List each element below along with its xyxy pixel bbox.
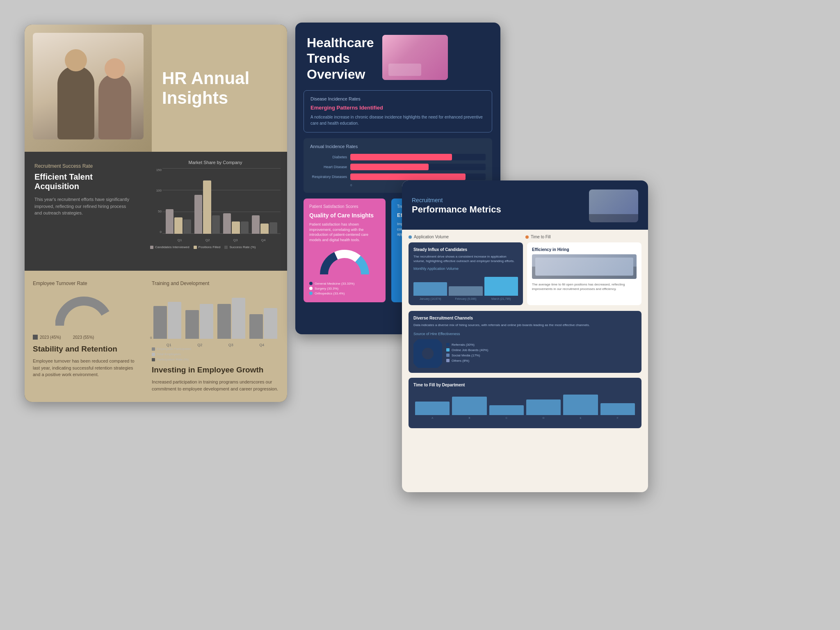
training-q2: [185, 304, 213, 339]
recruit-subtitle: Recruitment: [412, 197, 501, 203]
patient-sat-body: Patient satisfaction has shown improveme…: [309, 222, 380, 242]
training-chart: Q1 Q2 Q3 Q4 0: [152, 290, 279, 347]
donut-svg: [55, 293, 113, 330]
time-fill-metric-label: Time to Fill: [525, 235, 641, 239]
turnover-heading: Stability and Retention: [33, 345, 135, 354]
x-label-q1: Q1: [166, 238, 194, 242]
incidence-chart-title: Annual Incidence Rates: [310, 144, 486, 149]
legend-2023a: 2023 (45%): [33, 335, 61, 340]
app-volume-metric-label: Application Volume: [409, 235, 525, 239]
dept-bar-4: [526, 399, 561, 415]
market-chart-legend: Candidates Interviewed Positions Filled …: [150, 245, 281, 249]
y-label-100: 100: [156, 189, 162, 192]
hr-hero-title-block: HR Annual Insights: [152, 25, 287, 152]
patient-satisfaction-box: Patient Satisfaction Scores Quality of C…: [304, 199, 386, 302]
bar-chart-wrap: 150 100 50 0: [150, 168, 281, 242]
svg-point-4: [422, 348, 434, 359]
app-volume-heading: Steady Influx of Candidates: [413, 247, 518, 252]
hr-hero-section: HR Annual Insights: [25, 25, 287, 152]
app-volume-bar-chart: [413, 273, 518, 296]
training-legend: Employees Participated Total Employees P…: [152, 347, 279, 361]
patient-sat-legend: General Medicine (33.33%) Surgery (33.3%…: [309, 282, 380, 295]
legend-participated: Employees Participated: [152, 347, 279, 351]
incidence-row-diabetes: Diabetes: [310, 154, 486, 160]
training-label: Training and Development: [152, 281, 279, 286]
source-hire-chart: Referrals (30%) Online Job Boards (40%) …: [413, 339, 637, 368]
disease-incidence-box: Disease Incidence Rates Emerging Pattern…: [304, 90, 492, 132]
training-heading: Investing in Employee Growth: [152, 365, 279, 374]
health-header: Healthcare Trends Overview: [295, 23, 500, 90]
market-share-chart: Market Share by Company 150 100 50 0: [144, 152, 287, 271]
y-label-150: 150: [156, 168, 162, 172]
office-image: [532, 254, 637, 279]
turnover-label: Employee Turnover Rate: [33, 281, 135, 286]
time-fill-body: The average time to fill open positions …: [532, 282, 637, 291]
recruitment-heading: Efficient Talent Acquisition: [34, 172, 134, 191]
recruitment-body: This year's recruitment efforts have sig…: [34, 196, 134, 217]
training-q3: [217, 298, 245, 339]
metrics-labels-row: Application Volume Time to Fill: [402, 230, 648, 239]
recruitment-performance-card: Recruitment Performance Metrics Applicat…: [402, 180, 648, 492]
bar-group-q3: [223, 213, 249, 234]
legend-rate: Participation Rate (%): [152, 358, 279, 361]
x-label-q3: Q3: [221, 238, 249, 242]
bar-group-q2: [194, 180, 220, 234]
health-header-image: [382, 35, 448, 80]
training-q4: [249, 308, 277, 339]
recruitment-label: Recruitment Success Rate: [34, 163, 134, 169]
patient-pie-svg: [320, 248, 369, 278]
bar-group-q1: [166, 209, 191, 234]
time-fill-dept-title: Time to Fill by Department: [413, 383, 637, 387]
recruit-title: Performance Metrics: [412, 204, 501, 215]
hr-recruitment-block: Recruitment Success Rate Efficient Talen…: [25, 152, 144, 271]
disease-box-label: Disease Incidence Rates: [310, 96, 485, 101]
patient-sat-chart: [309, 248, 380, 278]
recruit-top-boxes: Steady Influx of Candidates The recruitm…: [402, 239, 648, 308]
monthly-app-volume-label: Monthly Application Volume: [413, 267, 518, 271]
bar-jan: [413, 282, 447, 296]
x-label-q4: Q4: [249, 238, 277, 242]
hr-training-block: Training and Development: [144, 271, 287, 402]
incidence-row-heart: Heart Disease: [310, 164, 486, 170]
training-body: Increased participation in training prog…: [152, 379, 279, 392]
source-hire-box: Diverse Recruitment Channels Data indica…: [409, 311, 641, 372]
patient-sat-heading: Quality of Care Insights: [309, 212, 380, 219]
patient-sat-label: Patient Satisfaction Scores: [309, 204, 380, 209]
hr-middle-section: Recruitment Success Rate Efficient Talen…: [25, 152, 287, 271]
y-label-50: 50: [158, 210, 162, 213]
disease-highlight: Emerging Patterns Identified: [310, 105, 485, 111]
legend-positions: Positions Filled: [194, 245, 221, 249]
hr-hero-image: [25, 25, 152, 152]
incidence-row-respiratory: Respiratory Diseases: [310, 173, 486, 180]
dept-bar-2: [452, 397, 486, 415]
turnover-donut: [55, 293, 113, 330]
source-pie-svg: [413, 339, 442, 368]
turnover-legend: 2023 (45%) 2023 (55%): [33, 335, 135, 340]
app-volume-body: The recruitment drive shows a consistent…: [413, 254, 518, 263]
legend-total: Total Employees: [152, 352, 279, 356]
market-share-title: Market Share by Company: [150, 160, 281, 165]
person2-silhouette: [98, 74, 131, 139]
hr-annual-insights-card: HR Annual Insights Recruitment Success R…: [25, 25, 287, 402]
app-volume-bar-labels: January (14,674) February (9,086) March …: [413, 297, 518, 300]
time-fill-dept-row: Time to Fill by Department A B C D E: [402, 375, 648, 431]
person1-silhouette: [57, 66, 94, 139]
dept-bar-5: [563, 395, 598, 415]
bar-mar: [484, 277, 518, 296]
y-label-0: 0: [160, 230, 162, 234]
x-label-q2: Q2: [194, 238, 221, 242]
disease-body: A noticeable increase in chronic disease…: [310, 114, 485, 126]
recruit-header: Recruitment Performance Metrics: [402, 180, 648, 230]
legend-candidates: Candidates Interviewed: [150, 245, 189, 249]
hr-bottom-section: Employee Turnover Rate 2023 (45%) 2023 (…: [25, 271, 287, 402]
hr-turnover-block: Employee Turnover Rate 2023 (45%) 2023 (…: [25, 271, 144, 402]
dept-bar-1: [415, 402, 450, 415]
legend-success: Success Rate (%): [224, 245, 256, 249]
dept-bar-3: [489, 405, 524, 415]
source-chart-title: Source of Hire Effectiveness: [413, 332, 637, 336]
hr-main-title: HR Annual Insights: [162, 68, 249, 108]
recruit-header-image: [589, 189, 638, 222]
bar-feb: [449, 286, 482, 296]
dept-bar-6: [600, 403, 635, 415]
source-hire-legend: Referrals (30%) Online Job Boards (40%) …: [446, 343, 637, 364]
